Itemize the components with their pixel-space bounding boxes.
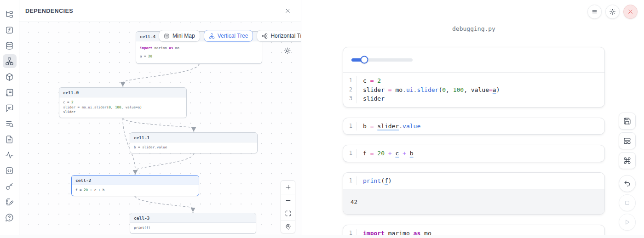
- zoom-in-button[interactable]: [281, 181, 295, 194]
- fit-view-button[interactable]: [281, 207, 295, 220]
- marimo-app-window: DEPENDENCIES cell-4import marimo as moa …: [0, 0, 644, 238]
- close-icon: [284, 7, 291, 14]
- chat-icon: [5, 104, 14, 113]
- mini-map-label: Mini Map: [172, 33, 195, 39]
- line-number: 1: [343, 149, 357, 158]
- notebook-filename[interactable]: debugging.py: [343, 25, 605, 32]
- database-icon: [5, 41, 14, 50]
- graph-settings-button[interactable]: [283, 47, 291, 55]
- vtree-icon: [209, 33, 215, 39]
- notebook-window-buttons: [587, 5, 638, 19]
- graph-node-cell-3[interactable]: cell-3print(f): [130, 213, 256, 234]
- notebook-cell-f-cell: 1f = 20 + c + b: [343, 145, 605, 162]
- graph-node-cell-2[interactable]: cell-2f = 20 + c + b: [71, 175, 199, 196]
- graph-node-title: cell-2: [72, 176, 199, 185]
- code-square-icon: [5, 166, 14, 175]
- mini-map-button[interactable]: Mini Map: [159, 30, 200, 42]
- document-icon: [5, 135, 14, 144]
- cell-code-editor[interactable]: 1print(f): [343, 173, 604, 189]
- graph-node-title: cell-3: [130, 213, 256, 223]
- layout-icon: [623, 137, 631, 145]
- app-layout-button[interactable]: [619, 132, 636, 149]
- sidebar-item-file-explorer[interactable]: [3, 7, 17, 21]
- undo-button[interactable]: [619, 175, 636, 192]
- maximize-icon: [285, 210, 292, 217]
- graph-view-toolbar: Mini MapVertical TreeHorizontal Tree: [159, 30, 301, 42]
- notebook-cell-b-cell: 1b = slider.value: [343, 118, 605, 135]
- interrupt-button[interactable]: [619, 194, 636, 211]
- sidebar-item-scratchpad[interactable]: [3, 195, 17, 209]
- cell-code-editor[interactable]: 1f = 20 + c + b: [343, 145, 604, 162]
- graph-node-code: c = 2slider = mo.ui.slider(0, 100, value…: [59, 97, 186, 118]
- code-line: f = 20 + c + b: [357, 149, 414, 158]
- horizontal-tree-label: Horizontal Tree: [270, 33, 301, 39]
- activity-icon: [5, 151, 14, 159]
- notebook-action-rail: [619, 113, 636, 233]
- code-line: print(f): [357, 176, 392, 186]
- sidebar-item-logs[interactable]: [3, 85, 17, 99]
- save-icon: [623, 117, 631, 125]
- dependencies-panel: DEPENDENCIES cell-4import marimo as moa …: [19, 0, 301, 238]
- line-number: 1: [343, 122, 357, 131]
- line-number: 3: [343, 94, 357, 103]
- code-line: slider = mo.ui.slider(0, 100, value=a): [357, 85, 500, 95]
- sidebar-item-variables[interactable]: [3, 23, 17, 37]
- code-line: slider: [357, 94, 385, 103]
- cell-code-editor[interactable]: 1b = slider.value: [343, 118, 604, 135]
- sidebar-item-chat[interactable]: [3, 101, 17, 115]
- notebook-area: debugging.py 1c = 22slider = mo.ui.slide…: [301, 0, 644, 238]
- key-icon: [5, 182, 14, 191]
- graph-node-code: print(f): [130, 223, 256, 233]
- vertical-tree-label: Vertical Tree: [218, 33, 248, 39]
- scroll-icon: [5, 88, 14, 97]
- notebook-cell-print-cell: 1print(f)42: [343, 172, 605, 215]
- cell-code-editor[interactable]: 1c = 22slider = mo.ui.slider(0, 100, val…: [343, 73, 604, 107]
- cell-output: 42: [343, 189, 604, 214]
- run-button[interactable]: [619, 214, 636, 231]
- stop-icon: [623, 199, 631, 207]
- sidebar-item-datasources[interactable]: [3, 39, 17, 52]
- command-icon: [623, 157, 631, 164]
- graph-node-cell-0[interactable]: cell-0c = 2slider = mo.ui.slider(0, 100,…: [59, 87, 187, 118]
- sidebar-item-tracing[interactable]: [3, 148, 17, 162]
- dependency-graph-canvas[interactable]: cell-4import marimo as moa = 20cell-0c =…: [19, 22, 301, 234]
- sidebar-item-documentation[interactable]: [3, 132, 17, 146]
- slider-track[interactable]: [351, 58, 413, 62]
- help-circle-icon: [5, 213, 14, 222]
- gear-icon: [609, 8, 616, 15]
- dep-graph-icon: [5, 57, 14, 66]
- code-line: c = 2: [357, 76, 381, 85]
- code-line: b = slider.value: [357, 122, 420, 131]
- horizontal-tree-button[interactable]: Horizontal Tree: [257, 30, 301, 42]
- save-button[interactable]: [619, 113, 636, 130]
- settings-button[interactable]: [605, 5, 620, 19]
- sidebar-item-dependencies[interactable]: [3, 54, 17, 68]
- sidebar-item-help[interactable]: [3, 210, 17, 224]
- graph-zoom-controls: [281, 180, 295, 233]
- list-search-icon: [5, 119, 14, 128]
- cell-output-slider: [343, 47, 604, 73]
- keyboard-shortcuts-button[interactable]: [619, 152, 636, 169]
- notebook-pen-icon: [5, 198, 14, 206]
- map-pin-icon: [285, 223, 292, 230]
- sidebar-item-packages[interactable]: [3, 70, 17, 84]
- notebook-menu-button[interactable]: [587, 5, 602, 19]
- vertical-tree-button[interactable]: Vertical Tree: [204, 30, 253, 42]
- sidebar-item-outline[interactable]: [3, 117, 17, 130]
- graph-node-code: f = 20 + c + b: [72, 185, 199, 196]
- minus-icon: [285, 197, 292, 204]
- sidebar-item-snippets[interactable]: [3, 164, 17, 177]
- graph-node-title: cell-0: [59, 88, 186, 97]
- line-number: 1: [343, 176, 357, 186]
- zoom-out-button[interactable]: [281, 194, 295, 207]
- notebook-cell-slider-cell: 1c = 22slider = mo.ui.slider(0, 100, val…: [343, 47, 605, 108]
- graph-node-cell-1[interactable]: cell-1b = slider.value: [130, 132, 258, 153]
- shutdown-button[interactable]: [623, 5, 638, 19]
- package-icon: [5, 73, 14, 81]
- minimap-icon: [164, 33, 170, 39]
- slider-thumb[interactable]: [360, 56, 368, 64]
- dependencies-panel-header: DEPENDENCIES: [19, 0, 301, 22]
- close-panel-button[interactable]: [282, 6, 293, 16]
- center-selection-button[interactable]: [281, 220, 295, 233]
- sidebar-item-secrets[interactable]: [3, 179, 17, 193]
